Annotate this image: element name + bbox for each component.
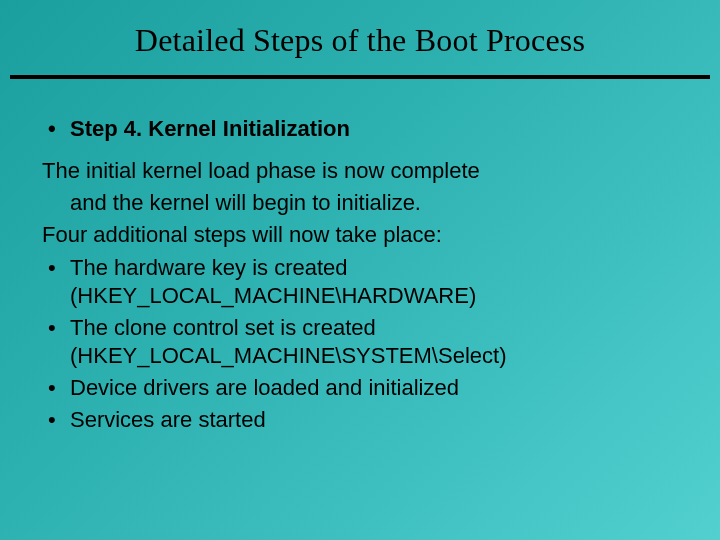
slide-title: Detailed Steps of the Boot Process bbox=[0, 0, 720, 75]
list-item: The clone control set is created (HKEY_L… bbox=[42, 314, 678, 370]
slide-content: Step 4. Kernel Initialization The initia… bbox=[0, 79, 720, 435]
bullet-line-2: (HKEY_LOCAL_MACHINE\HARDWARE) bbox=[70, 282, 678, 310]
paragraph-line-1b: and the kernel will begin to initialize. bbox=[42, 189, 678, 217]
bullet-line-1: Device drivers are loaded and initialize… bbox=[70, 375, 459, 400]
bullet-line-1: Services are started bbox=[70, 407, 266, 432]
bullet-line-2: (HKEY_LOCAL_MACHINE\SYSTEM\Select) bbox=[70, 342, 678, 370]
list-item: The hardware key is created (HKEY_LOCAL_… bbox=[42, 254, 678, 310]
bullet-line-1: The hardware key is created bbox=[70, 255, 348, 280]
slide: Detailed Steps of the Boot Process Step … bbox=[0, 0, 720, 540]
list-item: Device drivers are loaded and initialize… bbox=[42, 374, 678, 402]
paragraph-line-2: Four additional steps will now take plac… bbox=[42, 221, 678, 249]
bullet-list: The hardware key is created (HKEY_LOCAL_… bbox=[42, 254, 678, 435]
step-heading: Step 4. Kernel Initialization bbox=[42, 115, 678, 143]
bullet-line-1: The clone control set is created bbox=[70, 315, 376, 340]
paragraph-line-1: The initial kernel load phase is now com… bbox=[42, 157, 678, 185]
list-item: Services are started bbox=[42, 406, 678, 434]
